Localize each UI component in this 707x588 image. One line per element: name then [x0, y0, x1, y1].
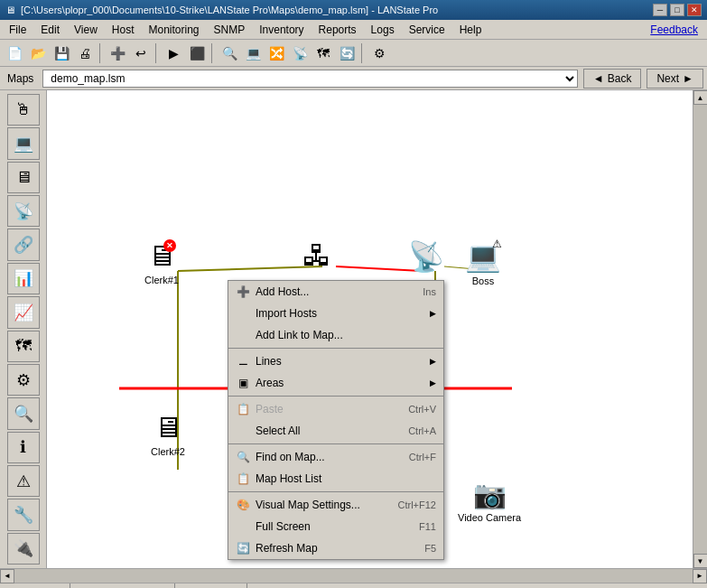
tb-new[interactable]: 📄 — [4, 42, 25, 64]
scroll-up-button[interactable]: ▲ — [693, 90, 708, 105]
tb-hosts[interactable]: 💻 — [242, 42, 264, 64]
sb-alert[interactable]: ⚠ — [7, 465, 40, 497]
menu-bar: File Edit View Host Monitoring SNMP Inve… — [0, 20, 707, 40]
ctx-sep1 — [228, 348, 443, 349]
sb-plugin[interactable]: 🔌 — [7, 533, 40, 565]
tb-settings[interactable]: ⚙ — [368, 42, 390, 64]
ctx-find-map[interactable]: 🔍 Find on Map... Ctrl+F — [228, 446, 443, 468]
title-bar: 🖥 [C:\Users\plopr_000\Documents\10-Strik… — [0, 0, 707, 20]
app-icon: 🖥 — [5, 5, 15, 15]
sb-network[interactable]: 📡 — [7, 195, 40, 227]
ctx-fullscreen[interactable]: Full Screen F11 — [228, 516, 443, 537]
ctx-add-host[interactable]: ➕ Add Host... Ins — [228, 281, 443, 303]
sb-graph[interactable]: 📈 — [7, 296, 40, 328]
scroll-left-button[interactable]: ◄ — [0, 569, 14, 583]
node-router[interactable]: 📡 — [408, 239, 444, 274]
menu-monitoring[interactable]: Monitoring — [142, 22, 207, 38]
menu-help[interactable]: Help — [452, 22, 489, 38]
ctx-paste-label: Paste — [256, 403, 403, 415]
menu-reports[interactable]: Reports — [312, 22, 364, 38]
ctx-import-hosts-label: Import Hosts — [256, 307, 424, 320]
ctx-visual-settings[interactable]: 🎨 Visual Map Settings... Ctrl+F12 — [228, 494, 443, 516]
tb-router[interactable]: 📡 — [289, 42, 311, 64]
refresh-map-icon: 🔄 — [236, 541, 250, 555]
ctx-select-all[interactable]: Select All Ctrl+A — [228, 420, 443, 442]
back-button[interactable]: ◄ Back — [583, 69, 642, 89]
feedback-link[interactable]: Feedback — [643, 22, 705, 38]
tb-scan[interactable]: 🔍 — [219, 42, 240, 64]
node-switch[interactable]: 🖧 — [302, 239, 331, 273]
clerk2-icon: 🖥 — [153, 411, 182, 444]
menu-edit[interactable]: Edit — [33, 22, 67, 38]
menu-inventory[interactable]: Inventory — [252, 22, 311, 38]
sb-search[interactable]: 🔍 — [7, 397, 40, 429]
areas-icon: ▣ — [236, 376, 250, 390]
toolbar: 📄 📂 💾 🖨 ➕ ↩ ▶ ⬛ 🔍 💻 🔀 📡 🗺 🔄 ⚙ — [0, 40, 707, 67]
ctx-paste-shortcut: Ctrl+V — [408, 404, 436, 415]
tb-stop[interactable]: ⬛ — [186, 42, 208, 64]
scroll-track-vertical[interactable] — [693, 105, 707, 554]
ctx-refresh-map[interactable]: 🔄 Refresh Map F5 — [228, 537, 443, 559]
sep2 — [155, 43, 159, 63]
maps-label: Maps — [4, 70, 37, 87]
scroll-track-horizontal[interactable] — [14, 569, 693, 583]
tb-print[interactable]: 🖨 — [74, 42, 96, 64]
add-link-icon — [236, 328, 250, 342]
ctx-import-hosts[interactable]: Import Hosts ▶ — [228, 303, 443, 324]
sb-tools[interactable]: 🔧 — [7, 499, 40, 530]
menu-snmp[interactable]: SNMP — [207, 22, 253, 38]
close-button[interactable]: ✕ — [687, 4, 702, 16]
maximize-button[interactable]: □ — [670, 4, 684, 16]
tb-map[interactable]: 🗺 — [312, 42, 334, 64]
ctx-refresh-map-shortcut: F5 — [424, 543, 436, 554]
next-button[interactable]: Next ► — [647, 69, 703, 89]
tb-save[interactable]: 💾 — [51, 42, 72, 64]
tb-undo[interactable]: ↩ — [130, 42, 152, 64]
sb-settings[interactable]: ⚙ — [7, 364, 40, 396]
tb-switch[interactable]: 🔀 — [265, 42, 287, 64]
menu-view[interactable]: View — [67, 22, 105, 38]
sb-cursor[interactable]: 🖱 — [7, 94, 40, 126]
sb-link[interactable]: 🔗 — [7, 229, 40, 260]
sb-chart[interactable]: 📊 — [7, 263, 40, 294]
node-camera[interactable]: 📷 Video Camera — [458, 479, 521, 523]
add-host-icon: ➕ — [236, 285, 250, 299]
camera-icon: 📷 — [473, 479, 507, 510]
title-bar-left: 🖥 [C:\Users\plopr_000\Documents\10-Strik… — [5, 5, 438, 15]
ctx-fullscreen-shortcut: F11 — [419, 521, 436, 532]
menu-service[interactable]: Service — [402, 22, 452, 38]
next-arrow-icon: ► — [683, 72, 693, 85]
sb-info[interactable]: ℹ — [7, 432, 40, 463]
ctx-map-host-list[interactable]: 📋 Map Host List — [228, 468, 443, 490]
node-boss[interactable]: 💻 ⚠ Boss — [465, 239, 501, 286]
window-title: [C:\Users\plopr_000\Documents\10-Strike\… — [21, 5, 438, 15]
tb-open[interactable]: 📂 — [27, 42, 49, 64]
context-menu: ➕ Add Host... Ins Import Hosts ▶ Add Lin… — [228, 280, 444, 560]
tb-play[interactable]: ▶ — [163, 42, 184, 64]
scroll-down-button[interactable]: ▼ — [693, 554, 708, 568]
ctx-add-link[interactable]: Add Link to Map... — [228, 324, 443, 346]
canvas-area[interactable]: 🖥 ✕ Clerk#1 🖧 📡 💻 ⚠ Boss 🖥 Clerk#2 — [47, 90, 693, 568]
import-hosts-icon — [236, 306, 250, 321]
tb-refresh[interactable]: 🔄 — [336, 42, 358, 64]
import-hosts-arrow: ▶ — [430, 309, 436, 318]
scroll-right-button[interactable]: ► — [693, 569, 707, 583]
sb-host[interactable]: 💻 — [7, 127, 40, 159]
minimize-button[interactable]: ─ — [653, 4, 667, 16]
status-tasks: Active tasks: 15 | 15 — [70, 583, 175, 588]
ctx-lines[interactable]: ⚊ Lines ▶ — [228, 350, 443, 372]
menu-host[interactable]: Host — [105, 22, 142, 38]
ctx-areas[interactable]: ▣ Areas ▶ — [228, 372, 443, 394]
switch-icon: 🖧 — [302, 239, 331, 273]
tb-addhost[interactable]: ➕ — [107, 42, 128, 64]
ctx-select-all-label: Select All — [256, 425, 403, 437]
node-clerk2[interactable]: 🖥 Clerk#2 — [151, 411, 185, 457]
node-clerk1[interactable]: 🖥 ✕ Clerk#1 — [144, 239, 179, 285]
sb-map[interactable]: 🗺 — [7, 331, 40, 362]
status-hosts: 🖥 Hosts: 10 — [175, 583, 247, 588]
sb-server[interactable]: 🖥 — [7, 162, 40, 193]
maps-dropdown[interactable]: demo_map.lsm — [42, 70, 578, 88]
menu-logs[interactable]: Logs — [364, 22, 402, 38]
menu-file[interactable]: File — [2, 22, 33, 38]
sep3 — [211, 43, 215, 63]
